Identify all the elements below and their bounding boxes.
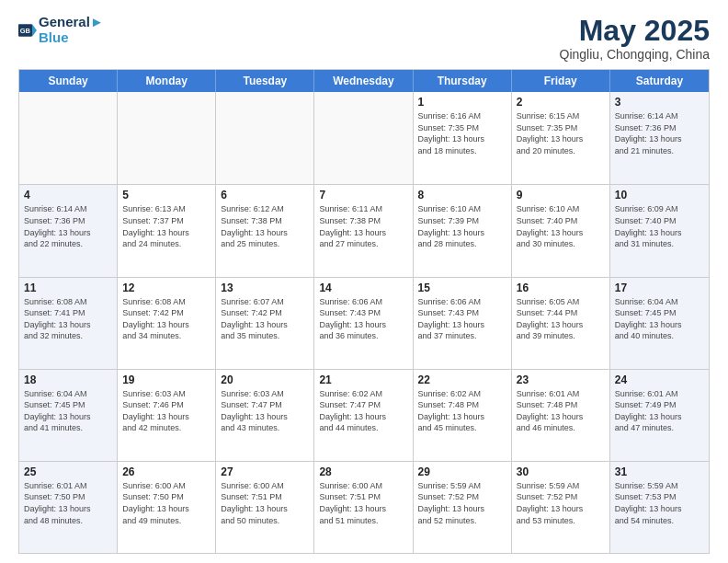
cal-cell-2-6: 9Sunrise: 6:10 AM Sunset: 7:40 PM Daylig… (512, 185, 610, 276)
cal-cell-2-1: 4Sunrise: 6:14 AM Sunset: 7:36 PM Daylig… (19, 185, 118, 276)
day-number: 8 (418, 189, 506, 201)
day-number: 12 (122, 282, 210, 294)
cal-cell-1-3 (216, 92, 314, 184)
day-number: 11 (24, 282, 112, 294)
day-info: Sunrise: 6:00 AM Sunset: 7:51 PM Dayligh… (221, 480, 309, 526)
cal-cell-2-5: 8Sunrise: 6:10 AM Sunset: 7:39 PM Daylig… (414, 185, 512, 276)
day-info: Sunrise: 6:05 AM Sunset: 7:44 PM Dayligh… (517, 296, 605, 342)
day-info: Sunrise: 6:11 AM Sunset: 7:38 PM Dayligh… (319, 203, 407, 249)
cal-cell-3-3: 13Sunrise: 6:07 AM Sunset: 7:42 PM Dayli… (216, 278, 314, 369)
day-info: Sunrise: 5:59 AM Sunset: 7:52 PM Dayligh… (517, 480, 605, 526)
day-number: 2 (517, 96, 605, 109)
cal-cell-2-7: 10Sunrise: 6:09 AM Sunset: 7:40 PM Dayli… (610, 185, 709, 276)
cal-cell-5-6: 30Sunrise: 5:59 AM Sunset: 7:52 PM Dayli… (512, 462, 610, 553)
week-row-4: 18Sunrise: 6:04 AM Sunset: 7:45 PM Dayli… (19, 369, 709, 461)
day-number: 7 (319, 189, 407, 201)
day-info: Sunrise: 6:15 AM Sunset: 7:35 PM Dayligh… (517, 110, 605, 156)
cal-cell-2-3: 6Sunrise: 6:12 AM Sunset: 7:38 PM Daylig… (216, 185, 314, 276)
day-number: 10 (615, 189, 704, 201)
cal-cell-3-1: 11Sunrise: 6:08 AM Sunset: 7:41 PM Dayli… (19, 278, 118, 369)
cal-cell-5-7: 31Sunrise: 5:59 AM Sunset: 7:53 PM Dayli… (610, 462, 709, 553)
header-thursday: Thursday (414, 70, 512, 92)
calendar-body: 1Sunrise: 6:16 AM Sunset: 7:35 PM Daylig… (19, 92, 709, 553)
cal-cell-4-7: 24Sunrise: 6:01 AM Sunset: 7:49 PM Dayli… (610, 370, 709, 461)
calendar: SundayMondayTuesdayWednesdayThursdayFrid… (18, 69, 710, 554)
logo-text: General► Blue (39, 15, 104, 45)
cal-cell-1-6: 2Sunrise: 6:15 AM Sunset: 7:35 PM Daylig… (512, 92, 610, 184)
svg-marker-0 (32, 24, 37, 36)
day-info: Sunrise: 6:03 AM Sunset: 7:46 PM Dayligh… (122, 388, 210, 434)
day-info: Sunrise: 6:08 AM Sunset: 7:42 PM Dayligh… (122, 296, 210, 342)
day-info: Sunrise: 6:12 AM Sunset: 7:38 PM Dayligh… (221, 203, 309, 249)
day-info: Sunrise: 6:08 AM Sunset: 7:41 PM Dayligh… (24, 296, 112, 342)
cal-cell-5-4: 28Sunrise: 6:00 AM Sunset: 7:51 PM Dayli… (314, 462, 413, 553)
logo: GB General► Blue (18, 15, 104, 45)
day-info: Sunrise: 6:06 AM Sunset: 7:43 PM Dayligh… (319, 296, 407, 342)
day-number: 22 (418, 373, 506, 386)
cal-cell-5-2: 26Sunrise: 6:00 AM Sunset: 7:50 PM Dayli… (118, 462, 216, 553)
day-info: Sunrise: 6:06 AM Sunset: 7:43 PM Dayligh… (418, 296, 506, 342)
header-saturday: Saturday (610, 70, 709, 92)
header-sunday: Sunday (19, 70, 118, 92)
title-block: May 2025 Qingliu, Chongqing, China (560, 15, 710, 62)
cal-cell-3-4: 14Sunrise: 6:06 AM Sunset: 7:43 PM Dayli… (314, 278, 413, 369)
cal-cell-4-5: 22Sunrise: 6:02 AM Sunset: 7:48 PM Dayli… (414, 370, 512, 461)
cal-cell-4-1: 18Sunrise: 6:04 AM Sunset: 7:45 PM Dayli… (19, 370, 118, 461)
day-number: 14 (319, 282, 407, 294)
day-info: Sunrise: 6:01 AM Sunset: 7:50 PM Dayligh… (24, 480, 112, 526)
day-info: Sunrise: 6:00 AM Sunset: 7:50 PM Dayligh… (122, 480, 210, 526)
day-number: 4 (24, 189, 112, 201)
cal-cell-5-5: 29Sunrise: 5:59 AM Sunset: 7:52 PM Dayli… (414, 462, 512, 553)
day-number: 3 (615, 96, 704, 109)
week-row-3: 11Sunrise: 6:08 AM Sunset: 7:41 PM Dayli… (19, 277, 709, 369)
cal-cell-1-2 (118, 92, 216, 184)
calendar-subtitle: Qingliu, Chongqing, China (560, 47, 710, 62)
logo-icon: GB (18, 21, 37, 40)
day-number: 18 (24, 373, 112, 386)
cal-cell-5-1: 25Sunrise: 6:01 AM Sunset: 7:50 PM Dayli… (19, 462, 118, 553)
day-number: 1 (418, 96, 506, 109)
day-info: Sunrise: 6:10 AM Sunset: 7:40 PM Dayligh… (517, 203, 605, 249)
cal-cell-1-7: 3Sunrise: 6:14 AM Sunset: 7:36 PM Daylig… (610, 92, 709, 184)
day-info: Sunrise: 6:14 AM Sunset: 7:36 PM Dayligh… (24, 203, 112, 249)
day-number: 21 (319, 373, 407, 386)
day-number: 13 (221, 282, 309, 294)
day-number: 31 (615, 465, 704, 478)
day-info: Sunrise: 5:59 AM Sunset: 7:53 PM Dayligh… (615, 480, 704, 526)
cal-cell-4-6: 23Sunrise: 6:01 AM Sunset: 7:48 PM Dayli… (512, 370, 610, 461)
day-info: Sunrise: 6:01 AM Sunset: 7:49 PM Dayligh… (615, 388, 704, 434)
day-info: Sunrise: 6:01 AM Sunset: 7:48 PM Dayligh… (517, 388, 605, 434)
day-info: Sunrise: 6:00 AM Sunset: 7:51 PM Dayligh… (319, 480, 407, 526)
cal-cell-5-3: 27Sunrise: 6:00 AM Sunset: 7:51 PM Dayli… (216, 462, 314, 553)
header-monday: Monday (118, 70, 216, 92)
cal-cell-2-2: 5Sunrise: 6:13 AM Sunset: 7:37 PM Daylig… (118, 185, 216, 276)
day-number: 20 (221, 373, 309, 386)
cal-cell-3-2: 12Sunrise: 6:08 AM Sunset: 7:42 PM Dayli… (118, 278, 216, 369)
cal-cell-1-4 (314, 92, 413, 184)
cal-cell-4-4: 21Sunrise: 6:02 AM Sunset: 7:47 PM Dayli… (314, 370, 413, 461)
day-number: 28 (319, 465, 407, 478)
day-info: Sunrise: 6:14 AM Sunset: 7:36 PM Dayligh… (615, 110, 704, 156)
day-number: 23 (517, 373, 605, 386)
day-info: Sunrise: 5:59 AM Sunset: 7:52 PM Dayligh… (418, 480, 506, 526)
day-number: 16 (517, 282, 605, 294)
calendar-title: May 2025 (560, 15, 710, 47)
day-number: 6 (221, 189, 309, 201)
week-row-1: 1Sunrise: 6:16 AM Sunset: 7:35 PM Daylig… (19, 92, 709, 184)
cal-cell-1-1 (19, 92, 118, 184)
day-info: Sunrise: 6:04 AM Sunset: 7:45 PM Dayligh… (615, 296, 704, 342)
day-number: 29 (418, 465, 506, 478)
day-info: Sunrise: 6:16 AM Sunset: 7:35 PM Dayligh… (418, 110, 506, 156)
header-tuesday: Tuesday (216, 70, 314, 92)
cal-cell-2-4: 7Sunrise: 6:11 AM Sunset: 7:38 PM Daylig… (314, 185, 413, 276)
svg-text:GB: GB (20, 27, 31, 35)
cal-cell-1-5: 1Sunrise: 6:16 AM Sunset: 7:35 PM Daylig… (414, 92, 512, 184)
day-info: Sunrise: 6:04 AM Sunset: 7:45 PM Dayligh… (24, 388, 112, 434)
cal-cell-4-3: 20Sunrise: 6:03 AM Sunset: 7:47 PM Dayli… (216, 370, 314, 461)
day-info: Sunrise: 6:09 AM Sunset: 7:40 PM Dayligh… (615, 203, 704, 249)
day-number: 26 (122, 465, 210, 478)
header-wednesday: Wednesday (314, 70, 413, 92)
cal-cell-4-2: 19Sunrise: 6:03 AM Sunset: 7:46 PM Dayli… (118, 370, 216, 461)
day-number: 17 (615, 282, 704, 294)
header: GB General► Blue May 2025 Qingliu, Chong… (18, 15, 710, 62)
